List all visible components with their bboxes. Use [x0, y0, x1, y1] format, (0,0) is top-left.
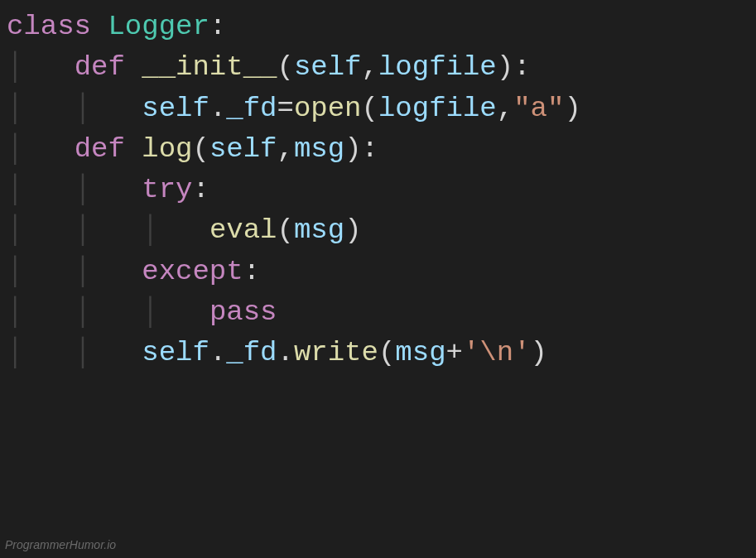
colon: :	[513, 51, 530, 83]
builtin-eval: eval	[209, 214, 277, 246]
colon: :	[209, 11, 226, 42]
keyword-def: def	[75, 133, 125, 165]
dot: .	[209, 93, 226, 124]
colon: :	[192, 174, 209, 205]
prop-fd: _fd	[226, 337, 277, 368]
paren-open: (	[277, 214, 294, 246]
indent-guide: │	[75, 93, 91, 124]
code-line-6: │ │ │ eval(msg)	[7, 210, 756, 251]
indent-guide: │	[75, 174, 91, 205]
indent-guide: │	[7, 51, 23, 83]
paren-open: (	[277, 51, 293, 83]
code-line-9: │ │ self._fd.write(msg+'\n')	[7, 333, 756, 373]
builtin-open: open	[294, 93, 362, 124]
var-self: self	[142, 337, 209, 368]
string-literal-a: "a"	[513, 93, 564, 124]
string-literal-newline: '\n'	[463, 337, 531, 368]
classname-logger: Logger	[108, 11, 209, 42]
indent-guide: │	[7, 174, 23, 205]
keyword-except: except	[142, 256, 243, 287]
keyword-class: class	[7, 11, 91, 42]
var-self: self	[142, 93, 209, 124]
method-write: write	[294, 337, 378, 368]
arg-msg: msg	[294, 214, 344, 246]
indent-guide: │	[7, 214, 23, 246]
paren-open: (	[362, 93, 378, 124]
prop-fd: _fd	[226, 93, 277, 124]
code-block: class Logger: │ def __init__(self,logfil…	[7, 7, 756, 374]
paren-close: )	[497, 51, 513, 83]
code-line-1: class Logger:	[7, 7, 756, 47]
plus-op: +	[446, 337, 463, 368]
code-line-7: │ │ except:	[7, 252, 756, 292]
funcname-init: __init__	[142, 51, 277, 83]
param-self: self	[209, 133, 277, 165]
arg-logfile: logfile	[378, 93, 497, 124]
arg-msg: msg	[395, 337, 445, 368]
comma: ,	[362, 51, 378, 83]
indent-guide: │	[7, 133, 23, 165]
code-line-5: │ │ try:	[7, 170, 756, 210]
code-line-8: │ │ │ pass	[7, 292, 756, 333]
indent-guide: │	[75, 296, 91, 328]
indent-guide: │	[142, 214, 158, 246]
code-line-3: │ │ self._fd=open(logfile,"a")	[7, 89, 756, 129]
paren-open: (	[378, 337, 395, 368]
indent-guide: │	[142, 296, 158, 328]
colon: :	[243, 256, 260, 287]
param-msg: msg	[294, 133, 344, 165]
assign-op: =	[277, 93, 294, 124]
indent-guide: │	[7, 337, 23, 368]
paren-close: )	[531, 337, 547, 368]
indent-guide: │	[75, 256, 91, 287]
paren-close: )	[564, 93, 580, 124]
watermark: ProgrammerHumor.io	[5, 536, 116, 553]
indent-guide: │	[7, 296, 23, 328]
dot: .	[277, 337, 294, 368]
comma: ,	[497, 93, 513, 124]
indent-guide: │	[7, 93, 23, 124]
paren-open: (	[192, 133, 209, 165]
colon: :	[362, 133, 378, 165]
paren-close: )	[344, 214, 361, 246]
dot: .	[209, 337, 226, 368]
keyword-def: def	[75, 51, 125, 83]
paren-close: )	[344, 133, 361, 165]
keyword-pass: pass	[209, 296, 277, 328]
comma: ,	[277, 133, 294, 165]
param-self: self	[294, 51, 362, 83]
indent-guide: │	[75, 214, 91, 246]
code-line-4: │ def log(self,msg):	[7, 129, 756, 170]
indent-guide: │	[7, 256, 23, 287]
keyword-try: try	[142, 174, 192, 205]
code-line-2: │ def __init__(self,logfile):	[7, 47, 756, 88]
indent-guide: │	[75, 337, 91, 368]
funcname-log: log	[142, 133, 192, 165]
param-logfile: logfile	[378, 51, 497, 83]
